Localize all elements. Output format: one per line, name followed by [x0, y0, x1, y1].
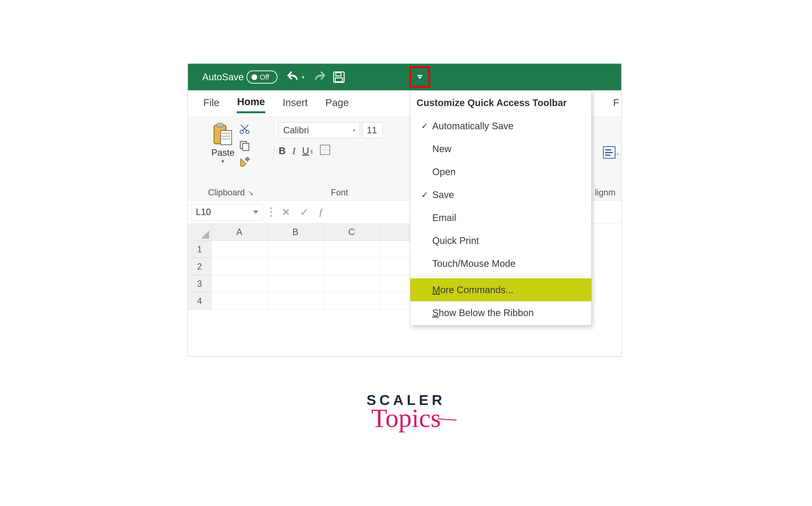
menu-item[interactable]: Touch/Mouse Mode — [410, 252, 591, 275]
cell[interactable] — [324, 241, 380, 258]
borders-icon — [320, 144, 331, 155]
scissors-icon — [239, 123, 250, 135]
autosave-state: Off — [260, 73, 269, 81]
menu-item-label: Touch/Mouse Mode — [432, 258, 516, 269]
menu-item-label: Quick Print — [432, 235, 479, 246]
svg-rect-14 — [243, 143, 249, 151]
font-group: Calibri ▾ 11 B I U ▾ Font — [274, 117, 405, 200]
format-painter-button[interactable] — [239, 157, 250, 169]
cell[interactable] — [324, 292, 380, 310]
borders-button[interactable] — [320, 144, 331, 157]
menu-item[interactable]: ✓Save — [410, 183, 591, 206]
cell[interactable] — [324, 275, 380, 292]
column-header[interactable]: B — [267, 224, 324, 241]
menu-item[interactable]: ✓Automatically Save — [410, 114, 591, 137]
italic-button[interactable]: I — [292, 145, 295, 157]
svg-point-10 — [246, 130, 249, 134]
copy-icon — [239, 140, 250, 152]
cell[interactable] — [211, 258, 267, 275]
chevron-down-icon: ▾ — [310, 148, 313, 154]
tab-peek-right[interactable]: F — [613, 95, 620, 112]
menu-item-label: Save — [432, 189, 454, 200]
menu-item-label: Show Below the Ribbon — [432, 308, 534, 318]
enter-formula-button[interactable]: ✓ — [300, 206, 309, 218]
row-header[interactable]: 2 — [188, 258, 211, 275]
fx-button[interactable]: ƒ — [319, 206, 324, 218]
qat-customize-menu: Customize Quick Access Toolbar ✓Automati… — [410, 91, 592, 325]
menu-item-more-commands[interactable]: More Commands... — [410, 278, 591, 301]
dropdown-caret-icon — [417, 75, 423, 79]
paste-button[interactable]: Paste ▾ — [211, 122, 235, 165]
svg-rect-1 — [336, 73, 341, 76]
cell[interactable] — [267, 258, 324, 275]
excel-window: AutoSave Off ▾ File Home Insert Page F — [187, 63, 622, 357]
column-header[interactable]: A — [211, 224, 267, 241]
menu-item-label: New — [432, 144, 451, 154]
cell[interactable] — [267, 275, 324, 292]
svg-point-9 — [240, 130, 243, 134]
menu-item[interactable]: New — [410, 137, 591, 160]
font-size-select[interactable]: 11 — [362, 122, 383, 138]
autosave-toggle[interactable]: Off — [247, 71, 277, 84]
chevron-down-icon: ▾ — [302, 74, 304, 80]
tab-home[interactable]: Home — [237, 94, 266, 113]
title-bar: AutoSave Off ▾ — [188, 64, 621, 90]
column-header[interactable]: C — [324, 224, 380, 241]
undo-button[interactable]: ▾ — [287, 71, 304, 83]
menu-title: Customize Quick Access Toolbar — [410, 91, 591, 114]
paintbrush-icon — [239, 157, 250, 168]
tab-page-layout[interactable]: Page — [325, 95, 349, 112]
font-size-value: 11 — [367, 125, 377, 136]
watermark-line2: Topics — [367, 403, 446, 433]
tab-file[interactable]: File — [203, 95, 220, 112]
select-all-cell[interactable] — [188, 224, 211, 241]
menu-item-label: Open — [432, 167, 456, 177]
dialog-launcher-icon[interactable]: ↘ — [248, 188, 254, 197]
menu-item[interactable]: Email — [410, 206, 591, 229]
row-header[interactable]: 3 — [188, 275, 211, 292]
row-header[interactable]: 1 — [188, 241, 211, 258]
cancel-formula-button[interactable]: ✕ — [282, 206, 290, 218]
cell[interactable] — [211, 292, 267, 310]
menu-item-label: Email — [432, 213, 456, 223]
svg-rect-2 — [335, 78, 343, 82]
bold-button[interactable]: B — [279, 146, 286, 156]
svg-rect-4 — [217, 123, 223, 127]
customize-qat-button[interactable] — [409, 66, 430, 88]
autosave-label: AutoSave — [202, 72, 244, 82]
clipboard-group: Paste ▾ Clipboard ↘ — [188, 117, 274, 200]
underline-button[interactable]: U ▾ — [302, 146, 313, 156]
redo-button[interactable] — [311, 70, 326, 84]
font-name-select[interactable]: Calibri ▾ — [279, 122, 360, 138]
svg-rect-5 — [221, 131, 232, 145]
menu-item-label: Automatically Save — [432, 121, 514, 132]
name-box-value: L10 — [196, 207, 211, 217]
menu-item[interactable]: Open — [410, 160, 591, 183]
clipboard-icon — [212, 122, 233, 146]
chevron-down-icon: ▾ — [353, 127, 355, 133]
cell[interactable] — [211, 275, 267, 292]
drag-handle-icon[interactable] — [270, 207, 272, 217]
cell[interactable] — [324, 258, 380, 275]
row-header[interactable]: 4 — [188, 292, 211, 310]
menu-item-show-below[interactable]: Show Below the Ribbon — [410, 301, 591, 324]
save-button[interactable] — [332, 70, 346, 84]
arrow-right-icon: → — [614, 150, 620, 158]
alignment-group-label: lignm — [595, 187, 616, 197]
font-group-label: Font — [331, 187, 348, 197]
cell[interactable] — [267, 292, 324, 310]
cut-button[interactable] — [239, 123, 250, 136]
name-box[interactable]: L10 — [191, 204, 263, 221]
chevron-down-icon — [253, 210, 258, 214]
menu-item[interactable]: Quick Print — [410, 229, 591, 252]
cell[interactable] — [211, 241, 267, 258]
svg-rect-15 — [245, 157, 250, 162]
font-name-value: Calibri — [283, 125, 309, 136]
clipboard-group-label: Clipboard — [208, 187, 245, 197]
cell[interactable] — [267, 241, 324, 258]
toggle-dot-icon — [252, 74, 257, 80]
indent-button[interactable]: → — [603, 146, 616, 159]
check-icon: ✓ — [417, 121, 432, 131]
tab-insert[interactable]: Insert — [282, 95, 308, 112]
copy-button[interactable] — [239, 140, 250, 152]
